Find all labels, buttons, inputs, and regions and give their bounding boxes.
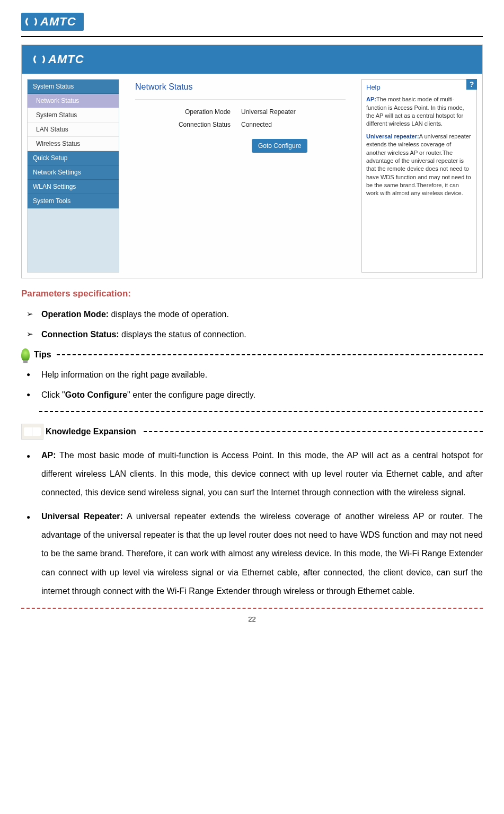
sidebar-group-system-tools[interactable]: System Tools (28, 194, 119, 208)
help-icon[interactable]: ? (466, 79, 477, 90)
tip2-bold: Goto Configure (65, 390, 127, 399)
sidebar-item-system-status[interactable]: System Status (28, 108, 119, 122)
ke-ap: AP: The most basic mode of multi-functio… (21, 446, 483, 502)
help-ap-text: The most basic mode of multi-function is… (366, 96, 464, 127)
knowledge-expansion-header: Knowledge Expansion (21, 424, 483, 440)
sidebar-group-wlan-settings[interactable]: WLAN Settings (28, 180, 119, 194)
sidebar-item-lan-status[interactable]: LAN Status (28, 122, 119, 137)
help-panel: ? Help AP:The most basic mode of multi-f… (361, 79, 477, 273)
ke-dashes (144, 431, 483, 432)
help-title: Help (366, 83, 472, 92)
tip2-pre: Click " (41, 390, 65, 399)
swirl-icon (25, 16, 37, 28)
tip-goto-configure: Click "Goto Configure" enter the configu… (21, 389, 483, 401)
ke-ap-text: The most basic mode of multi-function is… (41, 451, 483, 497)
ke-universal-repeater: Universal Repeater: A universal repeater… (21, 507, 483, 600)
param-connection-status: Connection Status: displays the status o… (21, 328, 483, 341)
screenshot-brand-logo: AMTC (29, 50, 92, 68)
help-ap-paragraph: AP:The most basic mode of multi-function… (366, 95, 472, 128)
ke-ur-text: A universal repeater extends the wireles… (41, 512, 483, 596)
sidebar-group-network-settings[interactable]: Network Settings (28, 165, 119, 180)
field-operation-mode: Operation Mode Universal Repeater (135, 108, 346, 116)
param-opmode-text: displays the mode of operation. (109, 310, 229, 319)
connection-status-label: Connection Status (135, 121, 241, 128)
brand-text: AMTC (40, 15, 76, 29)
document-body: Parameters specification: Operation Mode… (21, 287, 483, 625)
param-operation-mode: Operation Mode: displays the mode of ope… (21, 308, 483, 321)
sidebar-group-system-status[interactable]: System Status (28, 80, 119, 94)
help-ap-term: AP: (366, 96, 376, 102)
main-panel: Network Status Operation Mode Universal … (125, 79, 356, 273)
operation-mode-value: Universal Repeater (241, 108, 296, 116)
swirl-icon (33, 54, 45, 65)
parameters-list: Operation Mode: displays the mode of ope… (21, 308, 483, 341)
knowledge-expansion-list: AP: The most basic mode of multi-functio… (21, 446, 483, 601)
field-connection-status: Connection Status Connected (135, 121, 346, 128)
ke-ur-label: Universal Repeater: (41, 512, 123, 521)
param-opmode-label: Operation Mode: (41, 310, 109, 319)
operation-mode-label: Operation Mode (135, 108, 241, 116)
ke-ap-label: AP: (41, 451, 56, 460)
param-conn-text: displays the status of connection. (119, 330, 246, 339)
screenshot-brand-text: AMTC (48, 52, 84, 66)
knowledge-expansion-label: Knowledge Expansion (46, 425, 136, 438)
brand-logo: AMTC (21, 13, 84, 31)
tips-end-dashes (39, 411, 483, 412)
main-title: Network Status (135, 82, 346, 92)
sidebar-filler (28, 208, 119, 272)
lightbulb-icon (21, 348, 30, 361)
tip-help-info: Help information on the right page avail… (21, 369, 483, 381)
parameters-title: Parameters specification: (21, 287, 483, 301)
tips-label: Tips (34, 348, 51, 361)
sidebar-group-quick-setup[interactable]: Quick Setup (28, 151, 119, 165)
sidebar: System Status Network Status System Stat… (27, 79, 119, 273)
goto-configure-button[interactable]: Goto Configure (252, 139, 307, 153)
sidebar-item-wireless-status[interactable]: Wireless Status (28, 137, 119, 151)
tip2-post: " enter the configure page directly. (127, 390, 255, 399)
help-ur-paragraph: Universal repeater:A universal repeater … (366, 133, 472, 198)
help-ur-text: A universal repeater extends the wireles… (366, 133, 471, 197)
help-ur-term: Universal repeater: (366, 133, 419, 139)
param-conn-label: Connection Status: (41, 330, 119, 339)
header-rule (21, 36, 483, 37)
tips-dashes (57, 354, 483, 355)
bottom-dashes (21, 608, 483, 609)
main-divider (135, 99, 346, 100)
embedded-screenshot: AMTC System Status Network Status System… (21, 45, 483, 278)
book-icon (21, 424, 43, 440)
connection-status-value: Connected (241, 121, 272, 128)
screenshot-body: System Status Network Status System Stat… (22, 74, 482, 278)
page-header: AMTC (21, 11, 483, 33)
page-number: 22 (21, 614, 483, 625)
tips-header: Tips (21, 348, 483, 361)
sidebar-item-network-status[interactable]: Network Status (28, 94, 119, 108)
tips-list: Help information on the right page avail… (21, 369, 483, 401)
screenshot-topbar: AMTC (22, 45, 482, 74)
